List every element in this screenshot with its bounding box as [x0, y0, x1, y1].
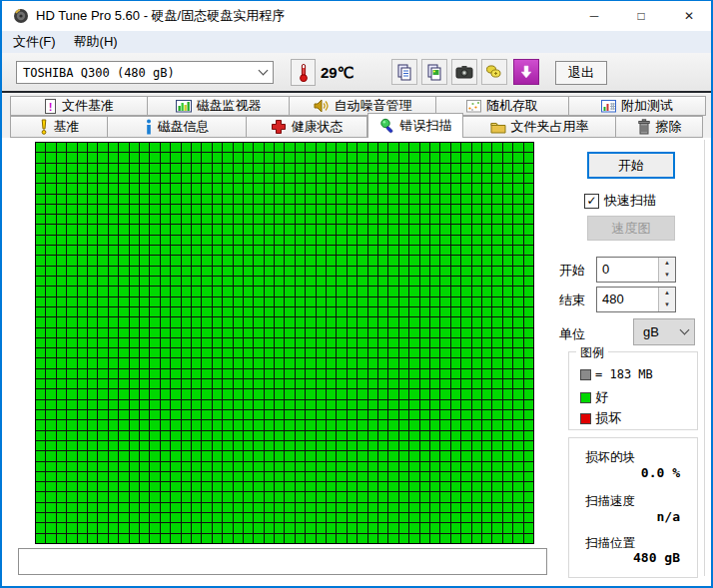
scan-block: [296, 492, 305, 501]
close-icon: ✕: [684, 9, 694, 23]
scan-block: [223, 420, 232, 429]
scan-block: [492, 410, 501, 419]
scan-block: [348, 420, 356, 429]
scan-block: [524, 153, 533, 162]
scan-block: [317, 153, 326, 162]
scan-block: [265, 534, 274, 543]
scan-block: [119, 462, 128, 471]
scan-block: [57, 174, 66, 183]
scan-block: [451, 153, 460, 162]
copy-text-button[interactable]: [391, 59, 417, 85]
tab-file-benchmark[interactable]: ! 文件基准: [10, 96, 148, 116]
scan-block: [524, 143, 533, 152]
tab-error-scan[interactable]: 错误扫描: [367, 113, 463, 138]
scan-block: [472, 441, 481, 450]
scan-block: [234, 225, 243, 234]
scan-block: [409, 441, 418, 450]
scan-block: [337, 317, 346, 326]
scan-block: [368, 348, 377, 357]
scan-block: [399, 462, 408, 471]
menu-file[interactable]: 文件(F): [4, 31, 65, 53]
scan-block: [150, 338, 159, 347]
scan-block: [430, 441, 439, 450]
scan-block: [202, 503, 211, 512]
maximize-button[interactable]: □: [618, 1, 664, 31]
scan-block: [420, 420, 429, 429]
scan-block: [161, 348, 170, 357]
scan-block: [46, 174, 55, 183]
update-button[interactable]: [513, 59, 539, 85]
scan-block: [130, 348, 139, 357]
camera-icon: [455, 65, 473, 79]
speed-map-button[interactable]: 速度图: [587, 216, 675, 241]
scan-block: [130, 389, 139, 398]
scan-block: [140, 256, 149, 265]
scan-block: [420, 317, 429, 326]
scan-block: [234, 338, 243, 347]
scan-block: [213, 236, 222, 245]
range-start-spinner[interactable]: 0 ▲ ▼: [596, 257, 676, 283]
screenshot-button[interactable]: [451, 59, 477, 85]
scan-block: [524, 420, 533, 429]
scan-block: [440, 462, 449, 471]
scan-block: [327, 348, 336, 357]
scan-block: [317, 297, 326, 306]
scan-block: [98, 307, 107, 316]
scan-block: [482, 287, 491, 295]
scan-block: [109, 143, 118, 152]
scan-block: [420, 534, 429, 543]
tab-benchmark[interactable]: 基准: [10, 116, 108, 138]
scan-block: [327, 389, 336, 398]
scan-block: [57, 534, 66, 543]
minimize-button[interactable]: ─: [571, 1, 617, 31]
scan-block: [202, 267, 211, 276]
scan-block: [130, 287, 139, 295]
scan-block: [182, 338, 191, 347]
temperature-button[interactable]: [291, 59, 316, 86]
copy-image-button[interactable]: [421, 59, 447, 85]
scan-block: [78, 513, 87, 522]
scan-block: [67, 503, 76, 512]
tab-extra-tests[interactable]: 附加测试: [569, 96, 706, 116]
scan-block: [202, 246, 211, 255]
scan-block: [337, 205, 346, 214]
quick-scan-checkbox[interactable]: ✓: [584, 194, 599, 209]
scan-block: [492, 236, 501, 245]
scan-block: [192, 462, 201, 471]
scan-block: [492, 143, 501, 152]
scan-block: [202, 256, 211, 265]
scan-block: [399, 513, 408, 522]
scan-block: [388, 503, 397, 512]
tab-erase[interactable]: 擦除: [616, 116, 703, 138]
tab-disk-monitor[interactable]: 磁盘监视器: [148, 96, 290, 116]
menu-help[interactable]: 帮助(H): [65, 31, 127, 53]
unit-dropdown[interactable]: gB: [633, 318, 695, 345]
scan-block: [285, 503, 294, 512]
spin-down-icon[interactable]: ▼: [659, 270, 675, 282]
scan-block: [36, 451, 45, 460]
tab-health-status[interactable]: 健康状态: [247, 116, 367, 138]
minimize-icon: ─: [590, 9, 599, 23]
spin-down-icon[interactable]: ▼: [659, 299, 675, 311]
drive-selector[interactable]: TOSHIBA Q300 (480 gB): [16, 61, 274, 84]
scan-block: [430, 389, 439, 398]
start-scan-button[interactable]: 开始: [587, 152, 675, 179]
tab-disk-info[interactable]: 磁盘信息: [108, 116, 247, 138]
scan-block: [306, 451, 315, 460]
scan-block: [109, 174, 118, 183]
coins-button[interactable]: [481, 59, 507, 85]
range-end-spinner[interactable]: 480 ▲ ▼: [596, 287, 676, 312]
tab-folder-usage[interactable]: 文件夹占用率: [463, 116, 616, 138]
scan-block: [285, 195, 294, 204]
exit-button[interactable]: 退出: [555, 61, 607, 85]
scan-block: [150, 462, 159, 471]
scan-block: [36, 143, 45, 152]
spin-up-icon[interactable]: ▲: [659, 258, 675, 270]
scan-block: [513, 513, 522, 522]
scan-block: [57, 215, 66, 224]
spin-up-icon[interactable]: ▲: [659, 288, 675, 299]
scan-block: [150, 246, 159, 255]
scan-block: [378, 287, 387, 295]
close-button[interactable]: ✕: [665, 1, 713, 31]
scan-block: [285, 267, 294, 276]
